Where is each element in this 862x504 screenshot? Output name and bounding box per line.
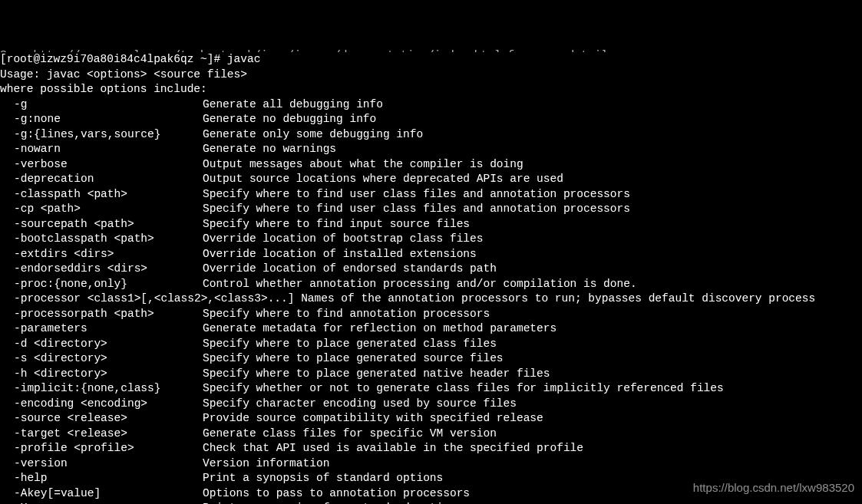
option-row: -nowarnGenerate no warnings — [0, 142, 862, 157]
option-row: -classpath <path>Specify where to find u… — [0, 187, 862, 203]
option-desc: Override location of installed extension… — [203, 247, 862, 262]
option-flag: -encoding <encoding> — [0, 397, 203, 412]
option-desc: Specify where to place generated native … — [203, 367, 862, 382]
option-desc: Provide source compatibility with specif… — [203, 411, 862, 427]
option-desc: Check that API used is available in the … — [203, 441, 862, 456]
option-flag: -profile <profile> — [0, 441, 203, 456]
option-row: -sourcepath <path>Specify where to find … — [0, 217, 862, 232]
terminal-output: See http://www.oracle.com/technetwork/ja… — [0, 48, 862, 504]
option-row: -target <release>Generate class files fo… — [0, 427, 862, 442]
option-flag: -version — [0, 456, 203, 472]
option-flag: -bootclasspath <path> — [0, 232, 203, 247]
option-flag: -source <release> — [0, 411, 203, 427]
where-line: where possible options include: — [0, 82, 862, 97]
option-desc: Generate all debugging info — [203, 97, 862, 113]
option-desc: Specify character encoding used by sourc… — [203, 397, 862, 412]
option-row: -profile <profile>Check that API used is… — [0, 441, 862, 456]
option-desc: Specify where to find user class files a… — [203, 187, 862, 203]
option-row: -encoding <encoding>Specify character en… — [0, 397, 862, 412]
option-row: -implicit:{none,class}Specify whether or… — [0, 381, 862, 397]
option-flag: -parameters — [0, 321, 203, 337]
option-row: -s <directory>Specify where to place gen… — [0, 351, 862, 367]
option-flag: -h <directory> — [0, 367, 203, 382]
option-flag: -g — [0, 97, 203, 113]
option-desc: Print a synopsis of nonstandard options — [203, 501, 862, 504]
option-flag: -proc:{none,only} — [0, 277, 203, 292]
option-desc: Override location of endorsed standards … — [203, 262, 862, 277]
option-row: -endorseddirs <dirs>Override location of… — [0, 262, 862, 277]
option-desc: Output messages about what the compiler … — [203, 157, 862, 173]
option-flag: -nowarn — [0, 142, 203, 157]
option-flag: -extdirs <dirs> — [0, 247, 203, 262]
option-flag: -d <directory> — [0, 337, 203, 352]
option-desc: Specify where to find user class files a… — [203, 202, 862, 217]
option-row: -d <directory>Specify where to place gen… — [0, 337, 862, 352]
option-desc: Generate class files for specific VM ver… — [203, 427, 862, 442]
option-desc: Output source locations where deprecated… — [203, 172, 862, 187]
option-desc: Version information — [203, 456, 862, 472]
option-flag: -verbose — [0, 157, 203, 173]
option-row: -XPrint a synopsis of nonstandard option… — [0, 501, 862, 504]
option-flag: -g:{lines,vars,source} — [0, 127, 203, 143]
option-row: -bootclasspath <path>Override location o… — [0, 232, 862, 247]
option-desc: Specify where to find input source files — [203, 217, 862, 232]
option-desc: Specify where to find annotation process… — [203, 307, 862, 322]
option-row: -processorpath <path>Specify where to fi… — [0, 307, 862, 322]
option-row: -source <release>Provide source compatib… — [0, 411, 862, 427]
option-row: -g:{lines,vars,source}Generate only some… — [0, 127, 862, 143]
option-row: -proc:{none,only}Control whether annotat… — [0, 277, 862, 292]
option-row: -g:noneGenerate no debugging info — [0, 112, 862, 127]
option-flag: -endorseddirs <dirs> — [0, 262, 203, 277]
option-desc: Generate no debugging info — [203, 112, 862, 127]
option-flag: -X — [0, 501, 203, 504]
prompt-line: [root@izwz9i70a80i84c4lpak6qz ~]# javac — [0, 52, 862, 68]
option-row: -h <directory>Specify where to place gen… — [0, 367, 862, 382]
option-row: -extdirs <dirs>Override location of inst… — [0, 247, 862, 262]
usage-line: Usage: javac <options> <source files> — [0, 68, 862, 83]
option-row: -deprecationOutput source locations wher… — [0, 172, 862, 187]
option-desc: Specify whether or not to generate class… — [203, 381, 862, 397]
option-flag: -sourcepath <path> — [0, 217, 203, 232]
option-flag: -s <directory> — [0, 351, 203, 367]
watermark-text: https://blog.csdn.net/lxw983520 — [693, 480, 854, 496]
option-row: -versionVersion information — [0, 456, 862, 472]
option-row: -gGenerate all debugging info — [0, 97, 862, 113]
option-desc: Generate no warnings — [203, 142, 862, 157]
option-flag: -g:none — [0, 112, 203, 127]
option-row: -parametersGenerate metadata for reflect… — [0, 321, 862, 337]
option-desc: Specify where to place generated class f… — [203, 337, 862, 352]
option-flag: -cp <path> — [0, 202, 203, 217]
option-desc: Specify where to place generated source … — [203, 351, 862, 367]
option-desc: Generate metadata for reflection on meth… — [203, 321, 862, 337]
option-row: -verboseOutput messages about what the c… — [0, 157, 862, 173]
option-flag: -implicit:{none,class} — [0, 381, 203, 397]
header-cut-line: See http://www.oracle.com/technetwork/ja… — [0, 48, 862, 52]
option-flag: -classpath <path> — [0, 187, 203, 203]
option-desc: Control whether annotation processing an… — [203, 277, 862, 292]
option-flag: -help — [0, 471, 203, 486]
option-flag: -deprecation — [0, 172, 203, 187]
option-row: -cp <path>Specify where to find user cla… — [0, 202, 862, 217]
option-desc: Override location of bootstrap class fil… — [203, 232, 862, 247]
option-flag: -target <release> — [0, 427, 203, 442]
option-flag: -Akey[=value] — [0, 486, 203, 502]
option-row: -processor <class1>[,<class2>,<class3>..… — [0, 292, 862, 307]
option-desc: Generate only some debugging info — [203, 127, 862, 143]
option-flag: -processorpath <path> — [0, 307, 203, 322]
